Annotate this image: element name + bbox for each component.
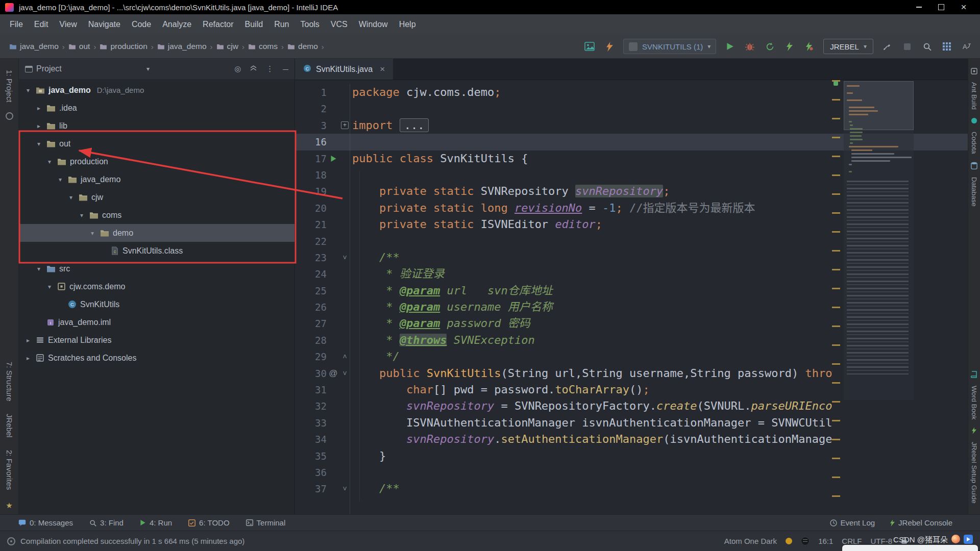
reader-mode-icon[interactable] xyxy=(801,537,810,545)
tree-item-.idea[interactable]: ▸.idea xyxy=(19,99,295,117)
fold-arrow-up-icon[interactable]: ˄ xyxy=(340,348,350,365)
chevron-right-icon[interactable]: ▸ xyxy=(35,105,43,112)
tool-button-terminal[interactable]: Terminal xyxy=(246,518,286,527)
tool-button-6-todo[interactable]: 6: TODO xyxy=(188,518,229,527)
translate-icon[interactable]: A xyxy=(961,40,973,53)
menu-help[interactable]: Help xyxy=(394,14,422,35)
folded-imports[interactable]: ... xyxy=(400,118,429,132)
tool-window-button-structure[interactable]: 7: Structure xyxy=(5,362,14,402)
fold-arrow-down-icon[interactable]: ˅ xyxy=(340,481,350,497)
fold-expand-icon[interactable]: + xyxy=(340,117,350,134)
jrebel-run-button[interactable] xyxy=(783,40,796,53)
chevron-right-icon[interactable]: ▸ xyxy=(24,337,32,344)
tool-button-3-find[interactable]: 3: Find xyxy=(89,518,124,527)
chevron-down-icon[interactable]: ▾ xyxy=(45,283,54,290)
chevron-down-icon[interactable]: ▾ xyxy=(88,230,96,237)
inspection-indicator-icon[interactable] xyxy=(834,81,838,86)
tool-button-4-run[interactable]: 4: Run xyxy=(140,518,172,527)
tree-item-java-demo[interactable]: ▾java_demoD:\java_demo xyxy=(19,81,295,99)
tree-item-java-demo[interactable]: ▾java_demo xyxy=(19,170,295,188)
clean-broom-icon[interactable] xyxy=(881,40,893,53)
jrebel-debug-button[interactable] xyxy=(803,40,816,53)
minimap-viewport[interactable] xyxy=(844,81,914,130)
tool-window-button-word-book[interactable]: Word Book xyxy=(970,386,978,420)
tree-item-out[interactable]: ▾out xyxy=(19,135,295,153)
error-stripe[interactable] xyxy=(832,80,840,514)
close-tab-icon[interactable]: × xyxy=(380,64,385,74)
chevron-down-icon[interactable]: ▾ xyxy=(45,158,54,165)
rocket-bolt-icon[interactable] xyxy=(603,40,616,53)
code-editor[interactable]: 1package cjw.coms.demo;23+import ...1617… xyxy=(295,80,968,514)
menu-vcs[interactable]: VCS xyxy=(325,14,353,35)
chevron-right-icon[interactable]: ▸ xyxy=(24,355,32,362)
tool-window-button-codota[interactable]: Codota xyxy=(970,132,978,154)
menu-run[interactable]: Run xyxy=(268,14,295,35)
breadcrumb-item[interactable]: out xyxy=(66,41,92,52)
fold-arrow-down-icon[interactable]: ˅ xyxy=(340,365,350,382)
more-options-icon[interactable]: ⋮ xyxy=(266,64,274,73)
chevron-down-icon[interactable]: ▾ xyxy=(24,87,32,94)
chevron-down-icon[interactable]: ▾ xyxy=(56,176,64,183)
tree-item-coms[interactable]: ▾coms xyxy=(19,206,295,224)
stop-button[interactable] xyxy=(901,40,913,53)
menu-refactor[interactable]: Refactor xyxy=(197,14,239,35)
line-separator-widget[interactable]: CRLF xyxy=(842,537,862,545)
run-config-selector[interactable]: SVNKITUTILS (1) ▾ xyxy=(623,39,716,54)
code-minimap[interactable] xyxy=(844,81,914,400)
run-button[interactable] xyxy=(724,40,736,53)
chevron-right-icon[interactable]: ▸ xyxy=(35,122,43,130)
tree-item-demo[interactable]: ▾demo xyxy=(19,224,295,242)
breadcrumb-item[interactable]: coms xyxy=(246,41,280,52)
tree-item-scratches-and-consoles[interactable]: ▸Scratches and Consoles xyxy=(19,349,295,367)
theme-widget[interactable]: Atom One Dark xyxy=(724,537,777,545)
tool-window-button-favorites[interactable]: 2: Favorites xyxy=(5,450,14,490)
tree-item-lib[interactable]: ▸lib xyxy=(19,117,295,135)
editor-tab[interactable]: C SvnKitUtils.java × xyxy=(295,59,393,80)
tool-window-button-database[interactable]: Database xyxy=(970,177,978,207)
tool-button-jrebel-console[interactable]: JRebel Console xyxy=(890,518,952,527)
tree-item-svnkitutils.class[interactable]: cSvnKitUtils.class xyxy=(19,242,295,260)
breadcrumb-item[interactable]: demo xyxy=(285,41,320,52)
breadcrumb-item[interactable]: production xyxy=(97,41,149,52)
menu-view[interactable]: View xyxy=(54,14,82,35)
tool-window-button-jrebel-setup-guide[interactable]: JRebel Setup Guide xyxy=(970,442,978,504)
menu-build[interactable]: Build xyxy=(239,14,269,35)
run-with-coverage-button[interactable] xyxy=(764,40,776,53)
menu-navigate[interactable]: Navigate xyxy=(83,14,126,35)
monitor-ring-icon[interactable] xyxy=(6,112,13,120)
breadcrumb-item[interactable]: cjw xyxy=(214,41,240,52)
search-everywhere-icon[interactable] xyxy=(921,40,933,53)
caret-position-widget[interactable]: 16:1 xyxy=(818,537,833,545)
tool-window-button-ant-build[interactable]: Ant Build xyxy=(970,82,978,110)
breadcrumb-item[interactable]: java_demo xyxy=(7,41,61,52)
encoding-widget[interactable]: UTF-8 xyxy=(871,537,893,545)
chevron-down-icon[interactable]: ▾ xyxy=(78,212,86,219)
tree-item-src[interactable]: ▾src xyxy=(19,260,295,278)
jrebel-selector[interactable]: JREBEL ▾ xyxy=(823,39,873,54)
breadcrumb-item[interactable]: java_demo xyxy=(155,41,209,52)
tree-item-external-libraries[interactable]: ▸External Libraries xyxy=(19,331,295,349)
services-grid-icon[interactable] xyxy=(941,40,953,53)
theme-color-dot-icon[interactable] xyxy=(786,538,792,544)
chevron-down-icon[interactable]: ▾ xyxy=(35,265,43,272)
locate-file-icon[interactable]: ◎ xyxy=(234,64,241,73)
minimize-button[interactable] xyxy=(908,0,930,14)
close-button[interactable]: × xyxy=(952,0,975,14)
tool-button-event-log[interactable]: Event Log xyxy=(830,518,875,527)
tree-item-cjw[interactable]: ▾cjw xyxy=(19,188,295,206)
chevron-down-icon[interactable]: ▾ xyxy=(67,194,75,201)
menu-tools[interactable]: Tools xyxy=(295,14,325,35)
chevron-down-icon[interactable]: ▾ xyxy=(35,140,43,147)
menu-code[interactable]: Code xyxy=(126,14,157,35)
background-image-icon[interactable] xyxy=(583,40,596,53)
hide-panel-icon[interactable]: ─ xyxy=(283,65,288,73)
fold-arrow-down-icon[interactable]: ˅ xyxy=(340,249,350,266)
collapse-all-icon[interactable] xyxy=(250,65,257,73)
tree-item-cjw.coms.demo[interactable]: ▾cjw.coms.demo xyxy=(19,278,295,295)
menu-analyze[interactable]: Analyze xyxy=(157,14,197,35)
menu-file[interactable]: File xyxy=(4,14,29,35)
tree-item-production[interactable]: ▾production xyxy=(19,153,295,170)
menu-window[interactable]: Window xyxy=(353,14,394,35)
debug-button[interactable] xyxy=(744,40,756,53)
tool-button-0-messages[interactable]: 0: Messages xyxy=(18,518,73,527)
